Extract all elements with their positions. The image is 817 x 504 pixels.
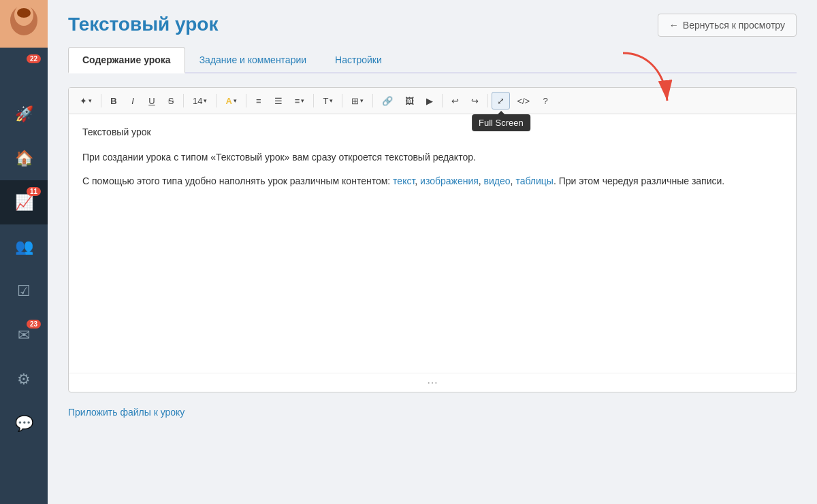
- editor-line2: С помощью этого типа удобно наполнять ур…: [82, 173, 782, 188]
- tab-content-label: Содержание урока: [82, 54, 171, 65]
- para-icon: T: [323, 96, 328, 106]
- table-button[interactable]: ⊞▾: [346, 92, 369, 110]
- link-button[interactable]: 🔗: [377, 92, 398, 110]
- toolbar-sep-6: [342, 94, 342, 107]
- toolbar-sep-3: [216, 94, 217, 107]
- redo-icon: ↪: [471, 96, 479, 106]
- toolbar-sep-8: [442, 94, 443, 107]
- tab-settings-label: Настройки: [335, 54, 382, 65]
- toolbar-sep-7: [372, 94, 373, 107]
- settings-icon: ⚙: [17, 371, 31, 388]
- sidebar-item-home[interactable]: 🏠: [0, 136, 48, 180]
- sidebar-item-settings[interactable]: ⚙: [0, 357, 48, 401]
- help-icon: ?: [543, 96, 548, 106]
- sidebar-item-badge[interactable]: 22: [0, 48, 48, 92]
- tab-settings[interactable]: Настройки: [321, 47, 396, 72]
- page-title: Текстовый урок: [68, 14, 219, 35]
- toolbar-sep-2: [183, 94, 184, 107]
- back-arrow-icon: ←: [669, 20, 679, 31]
- link-text[interactable]: текст: [393, 175, 415, 186]
- sidebar: 22 🚀 🏠 📈 11 👥 ☑ ✉ 23 ⚙ 💬: [0, 0, 48, 504]
- editor-body[interactable]: Текстовый урок При создании урока с типо…: [69, 114, 796, 373]
- fontcolor-icon: A: [225, 96, 231, 106]
- page-header: Текстовый урок ← Вернуться к просмотру: [68, 14, 797, 37]
- sidebar-item-chat[interactable]: 💬: [0, 401, 48, 446]
- media-button[interactable]: ▶: [421, 92, 438, 110]
- format-icon: ✦: [80, 96, 87, 106]
- undo-button[interactable]: ↩: [446, 92, 464, 110]
- editor-line1: При создании урока с типом «Текстовый ур…: [82, 150, 782, 165]
- fontsize-button[interactable]: 14▾: [187, 92, 212, 110]
- underline-icon: U: [148, 96, 155, 106]
- rocket-icon: 🚀: [15, 105, 33, 123]
- tab-task-label: Задание и комментарии: [199, 54, 306, 65]
- image-button[interactable]: 🖼: [400, 92, 419, 110]
- link-tables[interactable]: таблицы: [515, 175, 554, 186]
- unordered-icon: ≡: [256, 96, 261, 106]
- analytics-icon: 📈: [15, 194, 33, 212]
- users-icon: 👥: [15, 238, 33, 256]
- resize-icon: ⋯: [427, 376, 438, 389]
- link-video[interactable]: видео: [484, 175, 511, 186]
- italic-button[interactable]: I: [124, 92, 142, 110]
- top-badge: 22: [27, 54, 41, 63]
- strikethrough-button[interactable]: S: [162, 92, 180, 110]
- back-button-label: Вернуться к просмотру: [683, 20, 785, 31]
- toolbar-sep-4: [246, 94, 246, 107]
- svg-point-2: [17, 8, 31, 18]
- ordered-list-button[interactable]: ☰: [269, 92, 288, 110]
- sidebar-item-mail[interactable]: ✉ 23: [0, 313, 48, 357]
- image-icon: 🖼: [405, 96, 414, 106]
- toolbar-sep-1: [101, 94, 101, 107]
- redo-button[interactable]: ↪: [466, 92, 484, 110]
- align-button[interactable]: ≡▾: [289, 92, 310, 110]
- attach-files-link[interactable]: Приложить файлы к уроку: [68, 407, 185, 418]
- editor-container: ✦▾ B I U S 14▾: [68, 87, 797, 392]
- media-icon: ▶: [426, 96, 433, 106]
- fontcolor-button[interactable]: A▾: [220, 92, 242, 110]
- toolbar-sep-5: [313, 94, 314, 107]
- main-content: Текстовый урок ← Вернуться к просмотру С…: [48, 0, 817, 504]
- tabs-bar: Содержание урока Задание и комментарии Н…: [68, 47, 797, 73]
- tasks-icon: ☑: [17, 282, 31, 300]
- strikethrough-icon: S: [168, 96, 174, 106]
- bold-button[interactable]: B: [105, 92, 123, 110]
- table-icon: ⊞: [351, 96, 359, 106]
- tab-content[interactable]: Содержание урока: [68, 47, 185, 73]
- toolbar-sep-9: [487, 94, 488, 107]
- chat-icon: 💬: [15, 415, 33, 433]
- editor-title-line: Текстовый урок: [82, 124, 782, 139]
- align-icon: ≡: [295, 96, 300, 106]
- undo-icon: ↩: [451, 96, 459, 106]
- attach-section: Приложить файлы к уроку: [68, 406, 797, 418]
- sidebar-item-users[interactable]: 👥: [0, 224, 48, 269]
- underline-button[interactable]: U: [143, 92, 161, 110]
- editor-wrapper: ✦▾ B I U S 14▾: [68, 87, 797, 392]
- para-button[interactable]: T▾: [317, 92, 338, 110]
- user-avatar[interactable]: [0, 0, 48, 48]
- mail-icon: ✉: [18, 326, 30, 344]
- html-icon: </>: [517, 96, 530, 106]
- help-button[interactable]: ?: [536, 92, 554, 110]
- home-icon: 🏠: [15, 150, 33, 167]
- sidebar-item-analytics[interactable]: 📈 11: [0, 180, 48, 224]
- mail-badge: 23: [27, 320, 41, 329]
- link-icon: 🔗: [382, 96, 393, 106]
- ordered-icon: ☰: [274, 96, 283, 106]
- unordered-list-button[interactable]: ≡: [250, 92, 268, 110]
- fullscreen-button[interactable]: ⤢ Full Screen: [492, 92, 510, 110]
- fullscreen-icon: ⤢: [497, 96, 504, 106]
- fontsize-label: 14: [193, 96, 202, 106]
- sidebar-item-rocket[interactable]: 🚀: [0, 92, 48, 136]
- format-button[interactable]: ✦▾: [74, 92, 97, 110]
- sidebar-item-tasks[interactable]: ☑: [0, 269, 48, 313]
- editor-toolbar: ✦▾ B I U S 14▾: [69, 88, 796, 114]
- bold-icon: B: [110, 96, 116, 106]
- tab-task[interactable]: Задание и комментарии: [185, 47, 321, 72]
- analytics-badge: 11: [27, 187, 41, 196]
- back-button[interactable]: ← Вернуться к просмотру: [658, 14, 797, 37]
- italic-icon: I: [131, 96, 134, 106]
- editor-resize-handle[interactable]: ⋯: [69, 373, 796, 392]
- link-images[interactable]: изображения: [420, 175, 479, 186]
- html-button[interactable]: </>: [511, 92, 535, 110]
